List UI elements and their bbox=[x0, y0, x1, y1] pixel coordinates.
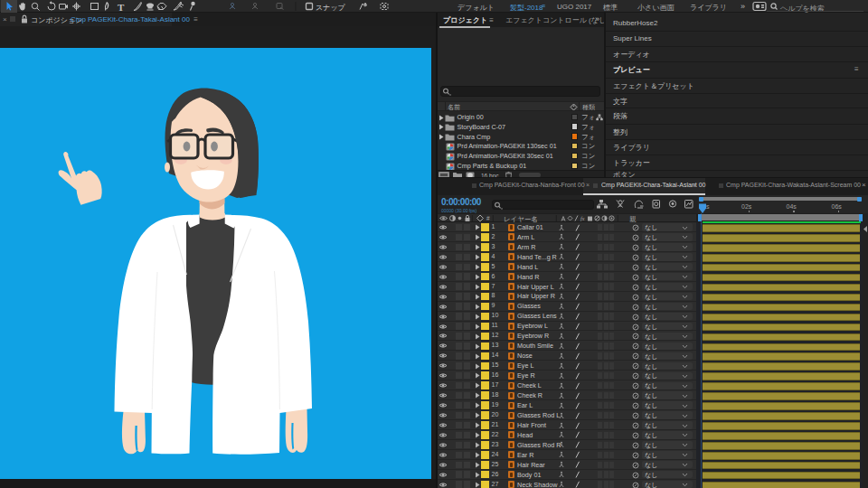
svg-text:親: 親 bbox=[629, 214, 637, 222]
svg-text:T: T bbox=[118, 2, 125, 13]
svg-text:#: # bbox=[486, 215, 490, 221]
svg-text:fx: fx bbox=[580, 216, 585, 221]
svg-text:レイヤー名: レイヤー名 bbox=[504, 214, 538, 222]
